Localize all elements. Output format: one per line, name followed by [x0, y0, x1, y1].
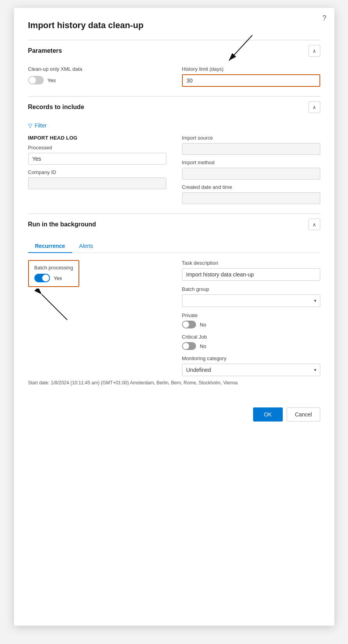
dialog-footer: OK Cancel — [28, 401, 320, 422]
help-icon[interactable]: ? — [322, 14, 326, 22]
background-section: Run in the background ∧ Recurrence Alert… — [28, 213, 320, 386]
company-id-field: Company ID — [28, 169, 166, 189]
background-right-col: Task description Batch group ▾ — [182, 260, 320, 376]
private-value: No — [200, 322, 207, 328]
critical-job-label: Critical Job — [182, 334, 320, 340]
processed-label: Processed — [28, 145, 166, 151]
batch-processing-toggle-row: Yes — [34, 274, 73, 282]
arrow-annotation-bottom — [28, 289, 83, 324]
dialog-title: Import history data clean-up — [28, 20, 320, 30]
import-method-field: Import method — [182, 160, 320, 179]
batch-processing-toggle-knob — [42, 274, 49, 282]
records-grid: IMPORT HEAD LOG Processed Company ID Imp… — [28, 135, 320, 204]
critical-job-field: Critical Job No — [182, 334, 320, 350]
processed-field: Processed — [28, 145, 166, 165]
records-right-col: Import source Import method Created date… — [182, 135, 320, 204]
start-date-text: Start date: 1/8/2024 (10:11:45 am) (GMT+… — [28, 380, 320, 386]
records-left-col: IMPORT HEAD LOG Processed Company ID — [28, 135, 166, 204]
history-limit-field: History limit (days) — [182, 66, 320, 87]
batch-processing-toggle[interactable] — [34, 274, 50, 282]
private-toggle-row: No — [182, 321, 320, 328]
ok-button[interactable]: OK — [253, 407, 283, 422]
private-field: Private No — [182, 312, 320, 328]
parameters-header: Parameters ∧ — [28, 40, 320, 61]
records-title: Records to include — [28, 104, 84, 111]
cleanup-xml-toggle[interactable] — [28, 76, 44, 84]
records-header: Records to include ∧ — [28, 96, 320, 117]
parameters-collapse-btn[interactable]: ∧ — [309, 45, 320, 57]
task-description-input[interactable] — [182, 268, 320, 281]
records-section: Records to include ∧ ▽ Filter IMPORT HEA… — [28, 96, 320, 204]
company-id-label: Company ID — [28, 169, 166, 175]
cleanup-xml-toggle-row: Yes — [28, 76, 166, 84]
background-grid: Batch processing Yes — [28, 260, 320, 376]
history-limit-label: History limit (days) — [182, 66, 320, 72]
svg-line-3 — [42, 294, 67, 320]
tab-alerts[interactable]: Alerts — [72, 240, 100, 253]
monitoring-category-label: Monitoring category — [182, 355, 320, 361]
history-limit-input[interactable] — [182, 74, 320, 87]
critical-job-toggle[interactable] — [182, 342, 196, 350]
batch-processing-value: Yes — [54, 275, 62, 281]
task-description-field: Task description — [182, 260, 320, 281]
filter-link[interactable]: Filter — [35, 122, 47, 129]
processed-input[interactable] — [28, 153, 166, 165]
filter-icon: ▽ — [28, 122, 32, 129]
cleanup-xml-toggle-value: Yes — [48, 77, 56, 83]
private-toggle-knob — [183, 321, 189, 328]
right-fields: Task description Batch group ▾ — [182, 260, 320, 376]
company-id-input[interactable] — [28, 178, 166, 189]
created-date-input[interactable] — [182, 192, 320, 204]
batch-group-select[interactable] — [182, 294, 320, 307]
task-description-label: Task description — [182, 260, 320, 266]
background-tabs: Recurrence Alerts — [28, 240, 320, 253]
parameters-section: Parameters ∧ Clean-up only XML data Yes … — [28, 40, 320, 87]
import-method-input[interactable] — [182, 168, 320, 179]
batch-group-label: Batch group — [182, 286, 320, 292]
monitoring-category-select[interactable]: Undefined — [182, 364, 320, 376]
batch-processing-box: Batch processing Yes — [28, 260, 80, 287]
records-collapse-btn[interactable]: ∧ — [309, 101, 320, 113]
cancel-button[interactable]: Cancel — [287, 407, 320, 422]
main-dialog: ? Import history data clean-up Parameter… — [14, 8, 334, 626]
critical-job-value: No — [200, 343, 207, 349]
filter-row: ▽ Filter — [28, 122, 320, 129]
critical-job-toggle-knob — [183, 343, 189, 349]
import-method-label: Import method — [182, 160, 320, 165]
batch-processing-label: Batch processing — [34, 265, 73, 271]
critical-job-toggle-row: No — [182, 342, 320, 350]
import-source-field: Import source — [182, 135, 320, 155]
cleanup-xml-toggle-knob — [29, 77, 36, 84]
monitoring-category-select-wrapper: Undefined ▾ — [182, 364, 320, 376]
private-label: Private — [182, 312, 320, 318]
background-collapse-btn[interactable]: ∧ — [309, 219, 320, 230]
import-source-label: Import source — [182, 135, 320, 141]
private-toggle[interactable] — [182, 321, 196, 328]
import-head-log-title: IMPORT HEAD LOG — [28, 135, 166, 141]
tab-recurrence[interactable]: Recurrence — [28, 240, 72, 253]
batch-group-select-wrapper: ▾ — [182, 294, 320, 307]
cleanup-xml-field: Clean-up only XML data Yes — [28, 66, 166, 87]
import-source-input[interactable] — [182, 143, 320, 155]
cleanup-xml-label: Clean-up only XML data — [28, 66, 166, 72]
monitoring-category-field: Monitoring category Undefined ▾ — [182, 355, 320, 376]
created-date-field: Created date and time — [182, 184, 320, 204]
background-header: Run in the background ∧ — [28, 213, 320, 234]
background-title: Run in the background — [28, 221, 96, 228]
batch-group-field: Batch group ▾ — [182, 286, 320, 307]
background-left-col: Batch processing Yes — [28, 260, 166, 376]
parameters-grid: Clean-up only XML data Yes History limit… — [28, 66, 320, 87]
created-date-label: Created date and time — [182, 184, 320, 190]
parameters-title: Parameters — [28, 47, 62, 54]
